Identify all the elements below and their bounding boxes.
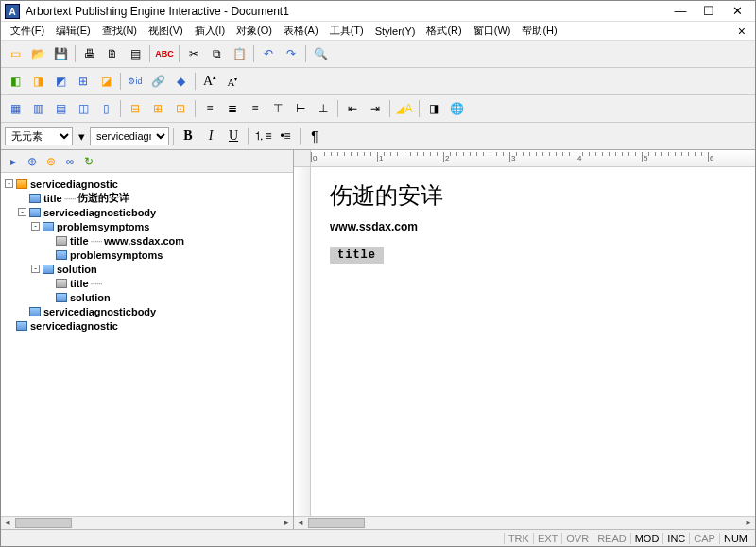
tree-toggle[interactable]: -: [31, 222, 40, 231]
font-smaller-button[interactable]: A▾: [222, 71, 243, 92]
new-button[interactable]: ▭: [5, 43, 26, 64]
align-top-button[interactable]: ⊤: [267, 98, 288, 119]
insert-graphic-button[interactable]: ◩: [50, 71, 71, 92]
indent-out-button[interactable]: ⇤: [342, 98, 363, 119]
highlight-button[interactable]: ◢A: [394, 98, 415, 119]
outline-scrollbar[interactable]: ◄►: [1, 516, 293, 529]
maximize-button[interactable]: ☐: [695, 2, 723, 21]
tree-node[interactable]: problemsymptoms: [5, 248, 289, 262]
spellcheck-button[interactable]: ABC: [154, 43, 175, 64]
menu-file[interactable]: 文件(F): [5, 22, 50, 40]
undo-button[interactable]: ↶: [258, 43, 279, 64]
tree-toggle[interactable]: -: [5, 179, 13, 188]
outline-tool-refresh[interactable]: ↻: [80, 153, 97, 170]
status-cap[interactable]: CAP: [689, 533, 719, 544]
title-placeholder[interactable]: title: [330, 247, 384, 264]
menu-table[interactable]: 表格(A): [278, 22, 324, 40]
find-button[interactable]: 🔍: [310, 43, 331, 64]
menu-format[interactable]: 格式(R): [421, 22, 467, 40]
minimize-button[interactable]: —: [666, 2, 695, 21]
menu-window[interactable]: 窗口(W): [468, 22, 517, 40]
table-tool-5[interactable]: ▯: [95, 98, 116, 119]
document-heading[interactable]: 伤逝的安详: [330, 180, 736, 211]
track-changes-button[interactable]: ⚙id: [125, 71, 146, 92]
table-tool-3[interactable]: ▤: [50, 98, 71, 119]
save-button[interactable]: 💾: [50, 43, 71, 64]
menu-edit[interactable]: 编辑(E): [50, 22, 96, 40]
bullet-list-button[interactable]: •≡: [275, 126, 296, 146]
table-merge-3[interactable]: ⊡: [170, 98, 191, 119]
browser-button[interactable]: 🌐: [446, 98, 467, 119]
align-left-button[interactable]: ≡: [199, 98, 220, 119]
tree-node[interactable]: title ······ 伤逝的安详: [5, 191, 289, 205]
tree-toggle[interactable]: -: [18, 208, 26, 216]
status-read[interactable]: READ: [593, 533, 630, 544]
table-tool-1[interactable]: ▦: [5, 98, 26, 119]
preview-button[interactable]: 🗎: [102, 43, 123, 64]
screen-toggle-button[interactable]: ◨: [423, 98, 444, 119]
align-bot-button[interactable]: ⊥: [313, 98, 334, 119]
status-inc[interactable]: INC: [662, 533, 689, 544]
close-button[interactable]: ✕: [723, 2, 751, 21]
menu-styler[interactable]: Styler(Y): [369, 24, 421, 39]
insert-markup-button[interactable]: ◧: [5, 71, 26, 92]
element-select-more[interactable]: ▾: [75, 126, 88, 146]
tree-node[interactable]: -servicediagnostic: [5, 177, 289, 191]
status-ovr[interactable]: OVR: [561, 533, 593, 544]
outline-tool-3[interactable]: ⊛: [43, 153, 60, 170]
document-line[interactable]: www.ssdax.com: [330, 220, 736, 233]
table-merge-1[interactable]: ⊟: [125, 98, 146, 119]
font-larger-button[interactable]: A▴: [199, 71, 220, 92]
menu-object[interactable]: 对象(O): [231, 22, 278, 40]
compose-button[interactable]: ▤: [125, 43, 146, 64]
insert-table-button[interactable]: ⊞: [73, 71, 94, 92]
tree-node[interactable]: title ······ www.ssdax.com: [5, 233, 289, 248]
tree-node[interactable]: title ······: [5, 276, 289, 290]
tree-node[interactable]: servicediagnostic: [5, 318, 289, 333]
tree-node[interactable]: -problemsymptoms: [5, 219, 289, 233]
status-mod[interactable]: MOD: [630, 533, 663, 544]
editor-scrollbar[interactable]: ◄►: [294, 516, 755, 529]
link-button[interactable]: 🔗: [147, 71, 168, 92]
menu-help[interactable]: 帮助(H): [516, 22, 562, 40]
element-select[interactable]: 无元素: [5, 127, 73, 145]
paste-button[interactable]: 📋: [229, 43, 249, 64]
align-center-button[interactable]: ≣: [222, 98, 243, 119]
bold-button[interactable]: B: [178, 126, 198, 146]
tree-node[interactable]: solution: [5, 290, 289, 304]
indent-in-button[interactable]: ⇥: [365, 98, 386, 119]
pilcrow-button[interactable]: ¶: [304, 126, 325, 146]
document-body[interactable]: 伤逝的安详 www.ssdax.com title: [311, 167, 755, 516]
print-button[interactable]: 🖶: [79, 43, 100, 64]
menu-insert[interactable]: 插入(I): [189, 22, 231, 40]
table-tool-4[interactable]: ◫: [73, 98, 94, 119]
insert-symbol-button[interactable]: ◪: [95, 71, 116, 92]
status-trk[interactable]: TRK: [504, 533, 533, 544]
outline-tree[interactable]: -servicediagnostictitle ······ 伤逝的安详-ser…: [1, 173, 293, 516]
redo-button[interactable]: ↷: [281, 43, 301, 64]
italic-button[interactable]: I: [200, 126, 221, 146]
tree-node[interactable]: -solution: [5, 262, 289, 276]
table-merge-2[interactable]: ⊞: [147, 98, 168, 119]
outline-tool-1[interactable]: ▸: [5, 153, 22, 170]
open-button[interactable]: 📂: [27, 43, 48, 64]
tree-node[interactable]: servicediagnosticbody: [5, 304, 289, 318]
copy-button[interactable]: ⧉: [206, 43, 227, 64]
align-right-button[interactable]: ≡: [245, 98, 266, 119]
status-ext[interactable]: EXT: [533, 533, 561, 544]
underline-button[interactable]: U: [223, 126, 244, 146]
menu-view[interactable]: 视图(V): [143, 22, 189, 40]
outline-tool-link[interactable]: ∞: [61, 153, 78, 170]
status-num[interactable]: NUM: [719, 533, 751, 544]
style-select[interactable]: servicediagno: [90, 127, 169, 145]
change-markup-button[interactable]: ◨: [27, 71, 48, 92]
menu-find[interactable]: 查找(N): [96, 22, 143, 40]
menu-tools[interactable]: 工具(T): [324, 22, 369, 40]
entity-button[interactable]: ◆: [170, 71, 191, 92]
table-tool-2[interactable]: ▥: [27, 98, 48, 119]
tree-node[interactable]: -servicediagnosticbody: [5, 205, 289, 219]
numbered-list-button[interactable]: ⒈≡: [252, 126, 273, 146]
tree-toggle[interactable]: -: [31, 265, 40, 273]
outline-tool-2[interactable]: ⊕: [24, 153, 41, 170]
menubar-close-icon[interactable]: ×: [732, 24, 751, 39]
